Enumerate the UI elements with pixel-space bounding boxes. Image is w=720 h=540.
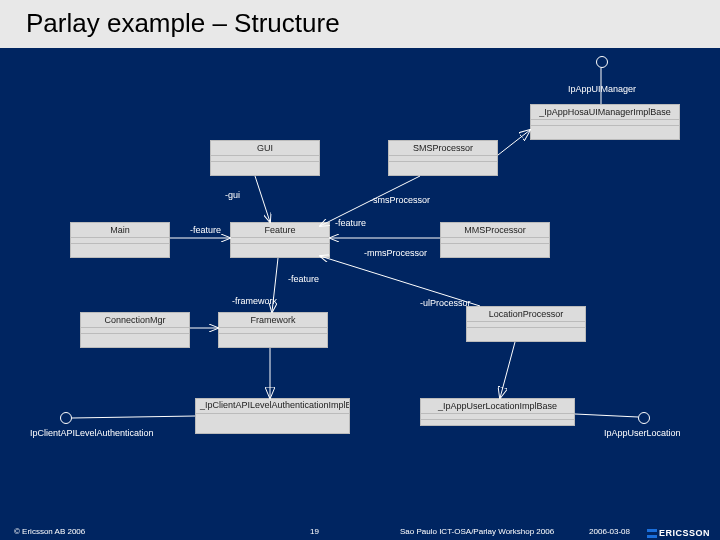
class-ipclientauthimplbase: _IpClientAPILevelAuthenticationImplBase	[195, 398, 350, 434]
class-framework: Framework	[218, 312, 328, 348]
class-ipapphosauimanagerimplbase: _IpAppHosaUIManagerImplBase	[530, 104, 680, 140]
footer-page: 19	[310, 527, 319, 536]
footer-date: 2006-03-08	[589, 527, 630, 536]
class-connectionmgr: ConnectionMgr	[80, 312, 190, 348]
svg-line-0	[498, 130, 530, 155]
footer: © Ericsson AB 2006 19 Sao Paulo ICT-OSA/…	[0, 522, 720, 540]
interface-ipclient-auth-icon	[60, 412, 72, 424]
svg-line-10	[500, 342, 515, 398]
svg-line-11	[72, 416, 195, 418]
class-title: _IpAppUserLocationImplBase	[421, 399, 574, 414]
class-title: Feature	[231, 223, 329, 238]
role-ulprocessor: -ulProcessor	[420, 298, 471, 308]
class-title: _IpClientAPILevelAuthenticationImplBase	[196, 399, 349, 414]
class-title: ConnectionMgr	[81, 313, 189, 328]
class-gui: GUI	[210, 140, 320, 176]
class-title: _IpAppHosaUIManagerImplBase	[531, 105, 679, 120]
class-locationprocessor: LocationProcessor	[466, 306, 586, 342]
footer-copyright: © Ericsson AB 2006	[14, 527, 85, 536]
class-title: GUI	[211, 141, 319, 156]
interface-ipappuserlocation-icon	[638, 412, 650, 424]
role-feature-right: -feature	[335, 218, 366, 228]
label-ipappuserlocation: IpAppUserLocation	[604, 428, 681, 438]
class-smsprocessor: SMSProcessor	[388, 140, 498, 176]
interface-ipappuimanager-icon	[596, 56, 608, 68]
diagram-connectors	[0, 0, 720, 540]
svg-line-12	[575, 414, 638, 417]
svg-line-2	[255, 176, 270, 222]
class-feature: Feature	[230, 222, 330, 258]
footer-venue: Sao Paulo ICT-OSA/Parlay Workshop 2006	[400, 527, 554, 536]
ericsson-logo: ERICSSON	[647, 528, 710, 538]
role-mmsprocessor: -mmsProcessor	[364, 248, 427, 258]
class-ipappuserlocationimplbase: _IpAppUserLocationImplBase	[420, 398, 575, 426]
role-gui: -gui	[225, 190, 240, 200]
role-feature-down: -feature	[288, 274, 319, 284]
role-feature-left: -feature	[190, 225, 221, 235]
class-title: Main	[71, 223, 169, 238]
label-ipclient-auth: IpClientAPILevelAuthentication	[30, 428, 110, 438]
role-smsprocessor: -smsProcessor	[370, 195, 430, 205]
class-main: Main	[70, 222, 170, 258]
role-framework: -framework	[232, 296, 277, 306]
page-title: Parlay example – Structure	[20, 6, 702, 48]
class-mmsprocessor: MMSProcessor	[440, 222, 550, 258]
label-ipappuimanager: IpAppUIManager	[568, 84, 636, 94]
class-title: LocationProcessor	[467, 307, 585, 322]
class-title: MMSProcessor	[441, 223, 549, 238]
class-title: SMSProcessor	[389, 141, 497, 156]
class-title: Framework	[219, 313, 327, 328]
